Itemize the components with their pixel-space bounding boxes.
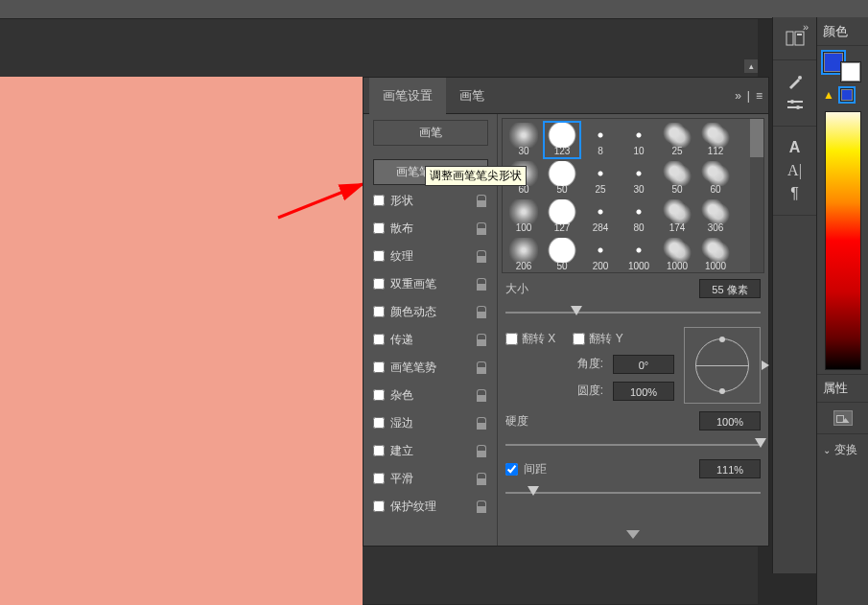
brush-grid-scrollbar[interactable] bbox=[750, 119, 763, 272]
lock-icon[interactable] bbox=[476, 222, 487, 234]
lock-icon[interactable] bbox=[476, 250, 487, 262]
checkbox[interactable] bbox=[373, 334, 385, 345]
brush-tip-item[interactable]: 50 bbox=[658, 159, 696, 198]
brush-tip-size: 1000 bbox=[658, 261, 696, 271]
option-scatter[interactable]: 散布 bbox=[367, 216, 493, 241]
roundness-input[interactable]: 100% bbox=[613, 382, 674, 401]
properties-panel-title[interactable]: 属性 bbox=[817, 374, 868, 403]
panel-separator-icon: | bbox=[747, 89, 750, 103]
checkbox[interactable] bbox=[373, 500, 385, 512]
hardness-label: 硬度 bbox=[505, 413, 553, 430]
brush-tip-item[interactable]: 60 bbox=[696, 159, 735, 198]
brush-tip-item[interactable]: 80 bbox=[620, 198, 658, 236]
brush-tip-item[interactable]: 100 bbox=[504, 198, 543, 236]
option-dual-brush[interactable]: 双重画笔 bbox=[367, 271, 493, 296]
checkbox[interactable] bbox=[373, 306, 385, 317]
preview-expand-icon[interactable] bbox=[626, 530, 640, 539]
brush-tip-item[interactable]: 25 bbox=[658, 121, 696, 159]
lock-icon[interactable] bbox=[476, 445, 487, 456]
angle-control-widget[interactable] bbox=[684, 327, 761, 404]
brush-tip-item[interactable]: 174 bbox=[658, 198, 696, 236]
closest-color-swatch[interactable] bbox=[840, 88, 854, 102]
spacing-input[interactable]: 111% bbox=[699, 459, 761, 478]
brush-tip-item[interactable]: 30 bbox=[504, 121, 543, 159]
checkbox[interactable] bbox=[373, 417, 385, 429]
color-spectrum[interactable] bbox=[825, 111, 861, 370]
panel-menu-icon[interactable]: ≡ bbox=[756, 89, 762, 103]
flip-x-checkbox[interactable] bbox=[505, 333, 518, 345]
dock-expand-icon[interactable]: » bbox=[803, 21, 809, 33]
brush-tip-item[interactable]: 25 bbox=[581, 159, 620, 198]
angle-input[interactable]: 0° bbox=[613, 355, 674, 374]
expand-icon[interactable]: » bbox=[735, 89, 741, 103]
character-panel-icon[interactable]: A| bbox=[782, 161, 809, 180]
option-smoothing[interactable]: 平滑 bbox=[367, 466, 493, 491]
option-brush-pose[interactable]: 画笔笔势 bbox=[367, 355, 493, 380]
option-transfer[interactable]: 传递 bbox=[367, 327, 493, 352]
brush-tip-item[interactable]: 112 bbox=[696, 121, 735, 159]
lock-icon[interactable] bbox=[476, 306, 487, 317]
option-label: 平滑 bbox=[390, 471, 413, 487]
checkbox[interactable] bbox=[373, 445, 385, 456]
option-build-up[interactable]: 建立 bbox=[367, 438, 493, 463]
brush-tip-item[interactable]: 127 bbox=[543, 198, 581, 236]
lock-icon[interactable] bbox=[476, 389, 487, 401]
brush-tip-item[interactable]: 8 bbox=[581, 121, 620, 159]
flip-y-checkbox[interactable] bbox=[573, 333, 585, 345]
brush-tip-item[interactable]: 1000 bbox=[620, 236, 658, 273]
hardness-input[interactable]: 100% bbox=[699, 411, 761, 430]
option-wet-edges[interactable]: 湿边 bbox=[367, 410, 493, 435]
size-input[interactable]: 55 像素 bbox=[699, 279, 761, 298]
adjustments-panel-icon[interactable] bbox=[782, 95, 809, 114]
option-noise[interactable]: 杂色 bbox=[367, 383, 493, 407]
checkbox[interactable] bbox=[373, 278, 385, 290]
checkbox[interactable] bbox=[373, 473, 385, 484]
brush-tip-item[interactable]: 30 bbox=[620, 159, 658, 198]
brush-tip-item[interactable]: 200 bbox=[581, 236, 620, 273]
checkbox[interactable] bbox=[373, 222, 385, 234]
brush-tip-item[interactable]: 306 bbox=[696, 198, 735, 236]
brush-tip-item[interactable]: 206 bbox=[504, 236, 543, 273]
gamut-warning-icon[interactable]: ▲ bbox=[823, 88, 834, 102]
checkbox[interactable] bbox=[373, 250, 385, 262]
brush-tip-item[interactable]: 50 bbox=[543, 236, 581, 273]
brush-tip-item[interactable]: 50 bbox=[543, 159, 581, 198]
spacing-checkbox[interactable] bbox=[505, 463, 518, 476]
size-slider[interactable] bbox=[505, 306, 761, 319]
lock-icon[interactable] bbox=[476, 361, 487, 373]
lock-icon[interactable] bbox=[476, 195, 487, 206]
collapse-panels-button[interactable]: ▴ bbox=[744, 59, 758, 73]
option-color-dynamics[interactable]: 颜色动态 bbox=[367, 299, 493, 324]
brush-tip-item[interactable]: 1000 bbox=[658, 236, 696, 273]
lock-icon[interactable] bbox=[476, 417, 487, 429]
tab-brush-settings[interactable]: 画笔设置 bbox=[369, 78, 446, 114]
text-panel-letter-icon[interactable]: A bbox=[782, 138, 809, 157]
hardness-slider[interactable] bbox=[505, 438, 761, 452]
spacing-slider[interactable] bbox=[505, 486, 761, 500]
checkbox[interactable] bbox=[373, 389, 385, 401]
tab-brushes[interactable]: 画笔 bbox=[446, 78, 498, 114]
checkbox[interactable] bbox=[373, 361, 385, 373]
document-canvas[interactable] bbox=[0, 77, 363, 605]
brush-tip-size: 50 bbox=[543, 261, 581, 271]
color-panel-title[interactable]: 颜色 bbox=[817, 17, 868, 46]
brush-tip-item[interactable]: 10 bbox=[620, 121, 658, 159]
option-protect-texture[interactable]: 保护纹理 bbox=[367, 494, 493, 519]
lock-icon[interactable] bbox=[476, 334, 487, 345]
paragraph-panel-icon[interactable]: ¶ bbox=[782, 184, 809, 203]
lock-icon[interactable] bbox=[476, 473, 487, 484]
brush-tip-item[interactable]: 284 bbox=[581, 198, 620, 236]
brush-panel-icon[interactable] bbox=[782, 72, 809, 91]
brush-tip-size: 60 bbox=[696, 184, 735, 195]
lock-icon[interactable] bbox=[476, 500, 487, 512]
lock-icon[interactable] bbox=[476, 278, 487, 290]
option-texture[interactable]: 纹理 bbox=[367, 244, 493, 268]
option-shape-dynamics[interactable]: 形状 bbox=[367, 188, 493, 213]
brush-tip-item[interactable]: 123 bbox=[543, 121, 581, 159]
transform-section[interactable]: ⌄变换 bbox=[817, 433, 868, 466]
brushes-button[interactable]: 画笔 bbox=[373, 120, 488, 146]
brush-tip-item[interactable]: 1000 bbox=[696, 236, 735, 273]
checkbox[interactable] bbox=[373, 195, 385, 206]
tooltip: 调整画笔笔尖形状 bbox=[425, 166, 527, 186]
background-color-swatch[interactable] bbox=[840, 61, 861, 82]
